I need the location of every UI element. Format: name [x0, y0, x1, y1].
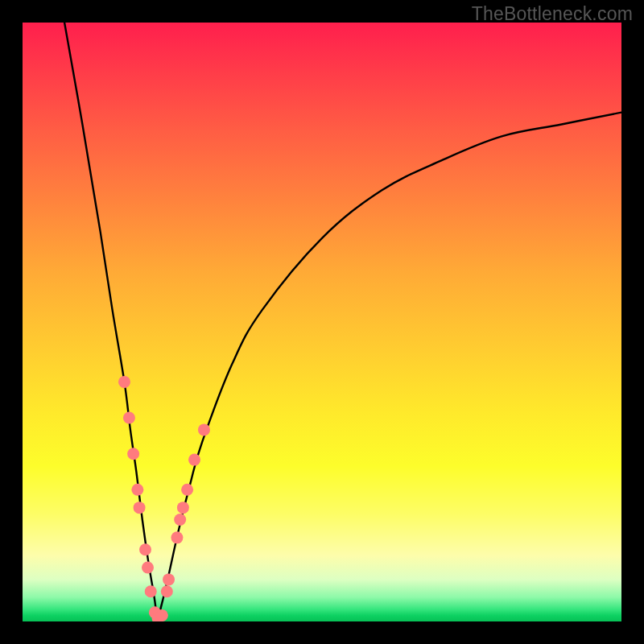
data-dot: [142, 562, 154, 574]
data-dot: [118, 376, 130, 388]
data-dot: [145, 585, 157, 597]
data-dot: [181, 484, 193, 496]
data-dot: [171, 531, 183, 543]
data-dot: [177, 502, 189, 514]
outer-frame: TheBottleneck.com: [0, 0, 644, 644]
right-branch-path: [157, 113, 621, 621]
plot-area: [23, 23, 621, 621]
data-dot: [174, 514, 186, 526]
left-branch-path: [64, 23, 157, 621]
data-dot: [188, 454, 200, 466]
data-dot: [139, 543, 151, 555]
data-dot: [127, 448, 139, 460]
data-dot: [163, 573, 175, 585]
watermark-text: TheBottleneck.com: [472, 3, 633, 25]
data-dot: [123, 412, 135, 424]
data-dot: [131, 484, 143, 496]
dots-group: [118, 376, 210, 621]
data-dot: [134, 502, 146, 514]
data-dot: [198, 423, 210, 436]
curve-group: [64, 23, 621, 621]
chart-svg: [23, 23, 621, 621]
data-dot: [161, 585, 173, 597]
data-dot: [156, 609, 168, 621]
